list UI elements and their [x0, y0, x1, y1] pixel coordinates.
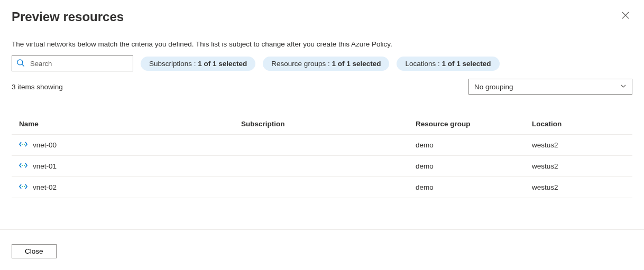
filter-selection: 1 of 1 selected — [442, 60, 491, 68]
svg-point-3 — [24, 144, 25, 145]
search-input-wrapper[interactable] — [12, 55, 133, 71]
table-row[interactable]: vnet-00demowestus2 — [12, 135, 632, 156]
svg-point-5 — [24, 165, 25, 166]
column-header-location[interactable]: Location — [532, 120, 625, 128]
filter-label: Locations : — [405, 60, 441, 68]
results-count: 3 items showing — [12, 83, 63, 91]
chevron-down-icon — [620, 83, 627, 91]
cell-location: westus2 — [532, 141, 625, 149]
table-row[interactable]: vnet-01demowestus2 — [12, 156, 632, 177]
filter-selection: 1 of 1 selected — [198, 60, 247, 68]
cell-location: westus2 — [532, 162, 625, 170]
svg-point-2 — [22, 144, 23, 145]
close-button[interactable]: Close — [12, 244, 57, 258]
svg-point-7 — [24, 186, 25, 187]
svg-line-1 — [22, 64, 24, 66]
column-header-name[interactable]: Name — [19, 120, 241, 128]
cell-name: vnet-00 — [33, 141, 57, 149]
column-header-resource-group[interactable]: Resource group — [416, 120, 532, 128]
resources-table: Name Subscription Resource group Locatio… — [12, 120, 632, 198]
filter-bar: Subscriptions : 1 of 1 selected Resource… — [12, 55, 632, 71]
filter-pill-locations[interactable]: Locations : 1 of 1 selected — [397, 57, 499, 71]
cell-resource-group: demo — [416, 183, 532, 191]
description-text: The virtual networks below match the cri… — [12, 40, 632, 48]
divider — [0, 229, 644, 230]
svg-point-0 — [17, 59, 23, 64]
search-input[interactable] — [25, 60, 128, 68]
cell-name: vnet-01 — [33, 162, 57, 170]
vnet-icon — [19, 161, 27, 171]
table-header: Name Subscription Resource group Locatio… — [12, 120, 632, 135]
filter-pill-resource-groups[interactable]: Resource groups : 1 of 1 selected — [263, 57, 389, 71]
vnet-icon — [19, 140, 27, 150]
table-row[interactable]: vnet-02demowestus2 — [12, 177, 632, 198]
grouping-dropdown[interactable]: No grouping — [468, 79, 632, 95]
cell-name: vnet-02 — [33, 183, 57, 191]
cell-location: westus2 — [532, 183, 625, 191]
filter-label: Resource groups : — [271, 60, 332, 68]
grouping-value: No grouping — [474, 83, 513, 91]
cell-resource-group: demo — [416, 162, 532, 170]
column-header-subscription[interactable]: Subscription — [241, 120, 416, 128]
search-icon — [16, 59, 25, 69]
close-icon[interactable] — [619, 10, 632, 23]
svg-point-4 — [22, 165, 23, 166]
filter-pill-subscriptions[interactable]: Subscriptions : 1 of 1 selected — [141, 57, 255, 71]
vnet-icon — [19, 182, 27, 192]
svg-point-6 — [22, 186, 23, 187]
page-title: Preview resources — [12, 10, 124, 24]
cell-resource-group: demo — [416, 141, 532, 149]
filter-label: Subscriptions : — [149, 60, 198, 68]
filter-selection: 1 of 1 selected — [332, 60, 381, 68]
